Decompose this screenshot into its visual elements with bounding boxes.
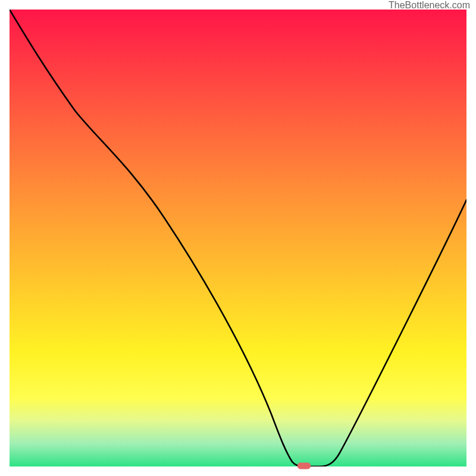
chart-container: TheBottleneck.com	[0, 0, 476, 476]
svg-rect-0	[10, 10, 466, 466]
watermark-text: TheBottleneck.com	[389, 0, 470, 11]
min-marker	[298, 463, 311, 469]
chart-plot-area	[10, 10, 466, 466]
